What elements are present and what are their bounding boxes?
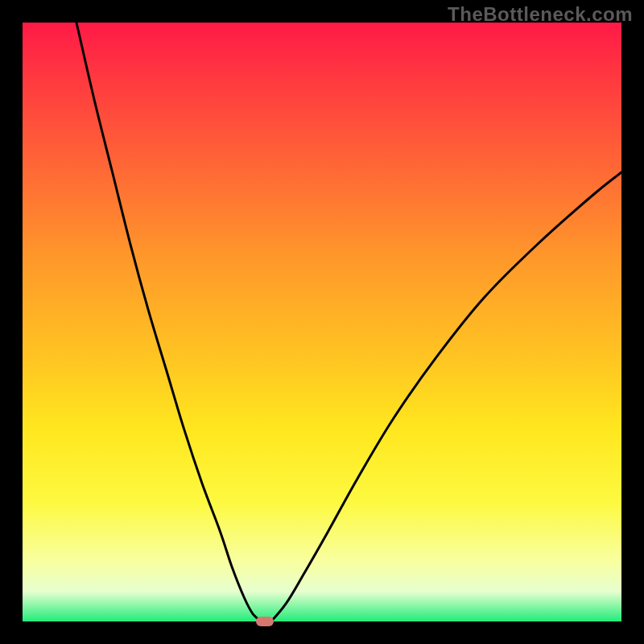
plot-area — [23, 23, 621, 621]
curve-svg — [23, 23, 621, 621]
bottleneck-curve-left — [76, 23, 262, 621]
watermark-label: TheBottleneck.com — [448, 3, 633, 26]
optimal-marker — [256, 617, 274, 626]
bottleneck-curve-right — [271, 172, 621, 621]
chart-frame: TheBottleneck.com — [0, 0, 644, 644]
